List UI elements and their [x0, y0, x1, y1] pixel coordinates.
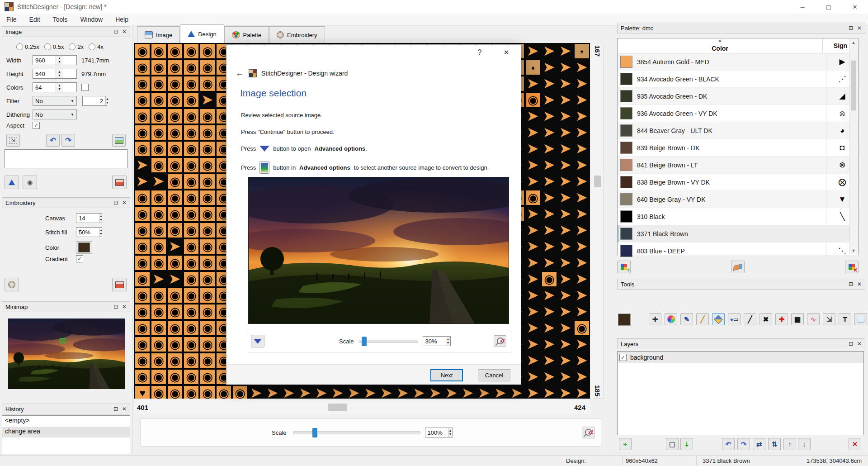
- stitch-cell[interactable]: [541, 43, 557, 59]
- stitch-cell[interactable]: [557, 255, 574, 271]
- stitch-cell[interactable]: [297, 385, 313, 399]
- stitch-cell[interactable]: [313, 385, 330, 399]
- stitch-cell[interactable]: [330, 385, 346, 399]
- stitch-cell[interactable]: [574, 190, 590, 206]
- spinner-arrows-icon[interactable]: ▲▼: [56, 56, 63, 65]
- stitch-cell[interactable]: [557, 352, 574, 369]
- stitch-cell[interactable]: ◉: [183, 222, 199, 238]
- menu-window[interactable]: Window: [74, 16, 109, 23]
- palette-row[interactable]: 839 Beige Brown - DK◘: [618, 139, 858, 157]
- zoom-radio-2[interactable]: 2x: [69, 43, 84, 50]
- stitch-cell[interactable]: ◉: [199, 336, 216, 352]
- stitch-cell[interactable]: [525, 385, 541, 399]
- stitch-cell[interactable]: [525, 43, 541, 59]
- palette-scrollbar[interactable]: ▲ ▼: [849, 39, 858, 254]
- stitch-cell[interactable]: ◉: [167, 190, 183, 206]
- stitch-cell[interactable]: ◉: [167, 206, 183, 222]
- stitch-cell[interactable]: ◉: [134, 369, 151, 385]
- stitch-cell[interactable]: [541, 141, 557, 157]
- aspect-checkbox[interactable]: ✓: [33, 122, 40, 129]
- stitch-cell[interactable]: ◉: [151, 336, 167, 352]
- stitch-cell[interactable]: [541, 173, 557, 190]
- stitch-cell[interactable]: [346, 385, 362, 399]
- stitch-cell[interactable]: ◉: [199, 59, 216, 76]
- stitch-cell[interactable]: [525, 255, 541, 271]
- stitch-cell[interactable]: ◉: [151, 320, 167, 336]
- stitch-cell[interactable]: [525, 157, 541, 173]
- stitch-cell[interactable]: [574, 108, 590, 124]
- zoom-reset-button[interactable]: x1: [582, 427, 594, 438]
- stitch-cell[interactable]: ◉: [134, 238, 151, 255]
- stitch-cell[interactable]: ◉: [134, 271, 151, 287]
- back-stitch-tool-button[interactable]: ✚: [775, 313, 788, 325]
- stitch-cell[interactable]: [541, 222, 557, 238]
- thread-tool-button[interactable]: ∿: [807, 313, 820, 325]
- pencil-tool-button[interactable]: ╱: [696, 313, 709, 325]
- stitch-cell[interactable]: [134, 173, 151, 190]
- embroidery-export-button[interactable]: [112, 278, 127, 291]
- stitch-cell[interactable]: [557, 141, 574, 157]
- stitch-cell[interactable]: ◉: [183, 255, 199, 271]
- height-input[interactable]: 540▲▼: [33, 69, 77, 79]
- palette-row[interactable]: 838 Beige Brown - VY DK⨂: [618, 174, 858, 191]
- dialog-zoom-reset-button[interactable]: x1: [494, 335, 506, 347]
- gradient-checkbox[interactable]: ✓: [76, 255, 83, 262]
- delete-layer-button[interactable]: ✕: [849, 438, 861, 450]
- stitch-cell[interactable]: ◉: [199, 369, 216, 385]
- stitch-cell[interactable]: [525, 222, 541, 238]
- stitch-cell[interactable]: [525, 108, 541, 124]
- stitch-cell[interactable]: ◉: [151, 141, 167, 157]
- stitch-cell[interactable]: [574, 76, 590, 92]
- stitch-cell[interactable]: [541, 369, 557, 385]
- stitch-cell[interactable]: ◉: [134, 206, 151, 222]
- stitch-cell[interactable]: ◉: [199, 76, 216, 92]
- stitch-cell[interactable]: ◉: [183, 141, 199, 157]
- stitch-cell[interactable]: [574, 255, 590, 271]
- slider-handle[interactable]: [362, 337, 367, 346]
- palette-row[interactable]: 936 Avocado Green - VY DK⦻: [618, 105, 858, 122]
- stitch-cell[interactable]: [557, 287, 574, 304]
- zoom-radio-05[interactable]: 0.5x: [44, 43, 64, 50]
- embroidery-machine-button[interactable]: [5, 278, 19, 291]
- close-panel-icon[interactable]: ✕: [857, 25, 862, 31]
- stitch-cell[interactable]: ◉: [199, 304, 216, 320]
- advanced-options-button[interactable]: [251, 335, 264, 347]
- stitch-cell[interactable]: [541, 255, 557, 271]
- stitch-cell[interactable]: [557, 336, 574, 352]
- stitch-cell[interactable]: ◉: [183, 108, 199, 124]
- stitch-cell[interactable]: ◉: [151, 222, 167, 238]
- stitch-cell[interactable]: ◉: [167, 287, 183, 304]
- stitch-cell[interactable]: [281, 385, 297, 399]
- stitch-cell[interactable]: ◉: [134, 336, 151, 352]
- stitch-cell[interactable]: ◉: [525, 92, 541, 108]
- stitch-cell[interactable]: [574, 222, 590, 238]
- stitch-cell[interactable]: ◉: [183, 190, 199, 206]
- flip-horizontal-button[interactable]: ⇄: [753, 438, 765, 450]
- move-tool-button[interactable]: ✛: [649, 313, 661, 325]
- colors-input[interactable]: 64▲▼: [33, 82, 77, 92]
- vertical-ruler-scrollbar[interactable]: 167 185: [592, 43, 604, 399]
- float-panel-icon[interactable]: ⊡: [113, 29, 118, 34]
- stitch-cell[interactable]: ◉: [167, 108, 183, 124]
- stitch-cell[interactable]: ◉: [151, 238, 167, 255]
- stitch-cell[interactable]: ◉: [134, 190, 151, 206]
- stitch-cell[interactable]: ◉: [151, 76, 167, 92]
- filter-param-input[interactable]: 2▲▼: [82, 96, 107, 106]
- stitch-cell[interactable]: [574, 59, 590, 76]
- remove-palette-color-button[interactable]: ✕: [845, 261, 859, 273]
- stitch-cell[interactable]: ◉: [199, 43, 216, 59]
- stitch-cell[interactable]: [395, 385, 411, 399]
- stitch-cell[interactable]: [525, 124, 541, 141]
- stitch-cell[interactable]: [476, 385, 492, 399]
- embroidery-color-button[interactable]: [76, 241, 92, 254]
- stitch-cell[interactable]: ◉: [151, 92, 167, 108]
- stitch-cell[interactable]: ◉: [167, 336, 183, 352]
- stitch-cell[interactable]: [574, 173, 590, 190]
- stitch-cell[interactable]: [557, 206, 574, 222]
- stitch-cell[interactable]: ◉: [134, 287, 151, 304]
- stitch-cell[interactable]: [557, 92, 574, 108]
- spinner-arrows-icon[interactable]: ▲▼: [446, 337, 450, 346]
- stitch-cell[interactable]: [167, 271, 183, 287]
- grid-tool-button[interactable]: ▦: [791, 313, 804, 325]
- color-column-header[interactable]: ▲Color: [618, 38, 823, 53]
